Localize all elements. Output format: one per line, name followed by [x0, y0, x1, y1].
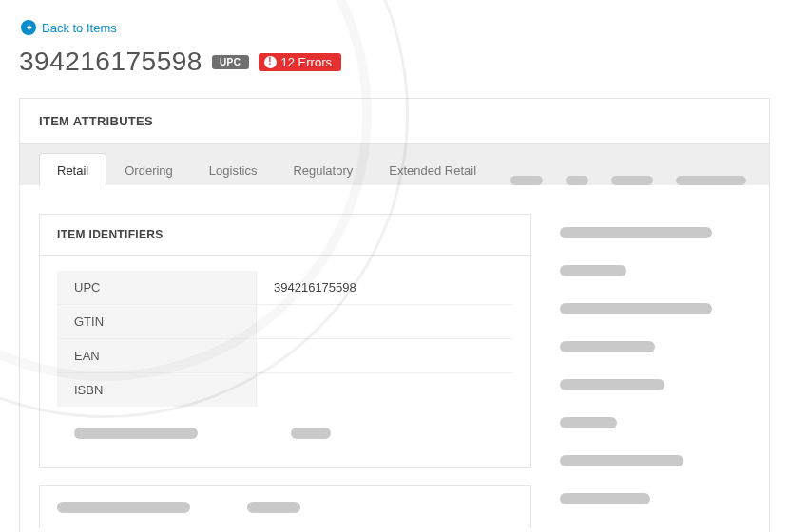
identifier-key: GTIN [57, 305, 257, 338]
skeleton-placeholder [566, 176, 588, 185]
identifier-value: 394216175598 [257, 271, 513, 304]
skeleton-placeholder [291, 428, 331, 439]
sidebar-skeleton [560, 214, 750, 532]
tab-label: Logistics [209, 163, 258, 178]
identifier-value [257, 373, 513, 407]
identifier-value [257, 305, 513, 338]
identifier-row: ISBN [57, 372, 513, 407]
back-arrow-icon [21, 20, 36, 35]
skeleton-placeholder [560, 303, 712, 314]
tab-label: Ordering [125, 163, 173, 178]
error-icon: ! [264, 56, 277, 68]
item-identifiers-panel: ITEM IDENTIFIERS UPC 394216175598 GTIN E… [39, 214, 531, 468]
tab-label: Extended Retail [389, 163, 476, 178]
item-id: 394216175598 [19, 47, 202, 77]
skeleton-placeholder [57, 502, 190, 513]
item-header: 394216175598 UPC ! 12 Errors [19, 47, 770, 77]
tab-label: Regulatory [293, 163, 353, 178]
identifier-key: UPC [57, 271, 257, 304]
tab-logistics[interactable]: Logistics [191, 153, 276, 186]
identifier-key: ISBN [57, 373, 257, 407]
tab-label: Retail [57, 163, 88, 178]
skeleton-placeholder [74, 428, 198, 439]
identifier-key: EAN [57, 339, 257, 372]
skeleton-placeholder [247, 502, 300, 513]
tab-regulatory[interactable]: Regulatory [275, 153, 371, 186]
identifier-row: UPC 394216175598 [57, 271, 513, 304]
skeleton-placeholder [560, 455, 683, 466]
error-badge[interactable]: ! 12 Errors [259, 53, 341, 71]
error-badge-label: 12 Errors [281, 55, 332, 69]
skeleton-placeholder [560, 227, 712, 238]
tab-ordering[interactable]: Ordering [106, 153, 191, 186]
identifier-row: EAN [57, 338, 513, 372]
panel-title: ITEM ATTRIBUTES [20, 99, 769, 143]
secondary-panel [39, 485, 531, 528]
tab-retail[interactable]: Retail [39, 153, 106, 186]
back-to-items-link[interactable]: Back to Items [21, 20, 117, 35]
skeleton-placeholder [676, 176, 746, 185]
skeleton-placeholder [560, 493, 650, 504]
skeleton-placeholder [560, 341, 655, 352]
skeleton-placeholder [560, 265, 626, 276]
item-type-chip: UPC [212, 55, 249, 69]
skeleton-placeholder [560, 417, 617, 428]
identifiers-title: ITEM IDENTIFIERS [40, 215, 530, 256]
item-attributes-panel: ITEM ATTRIBUTES Retail Ordering Logistic… [19, 98, 770, 532]
tabstrip: Retail Ordering Logistics Regulatory Ext… [20, 143, 769, 185]
tab-extended-retail[interactable]: Extended Retail [371, 153, 494, 186]
identifier-value [257, 339, 513, 372]
identifier-row: GTIN [57, 304, 513, 338]
skeleton-placeholder [560, 379, 664, 390]
skeleton-placeholder [510, 176, 543, 185]
identifiers-table: UPC 394216175598 GTIN EAN ISBN [40, 256, 530, 467]
back-to-items-label: Back to Items [42, 21, 117, 35]
skeleton-placeholder [611, 176, 653, 185]
